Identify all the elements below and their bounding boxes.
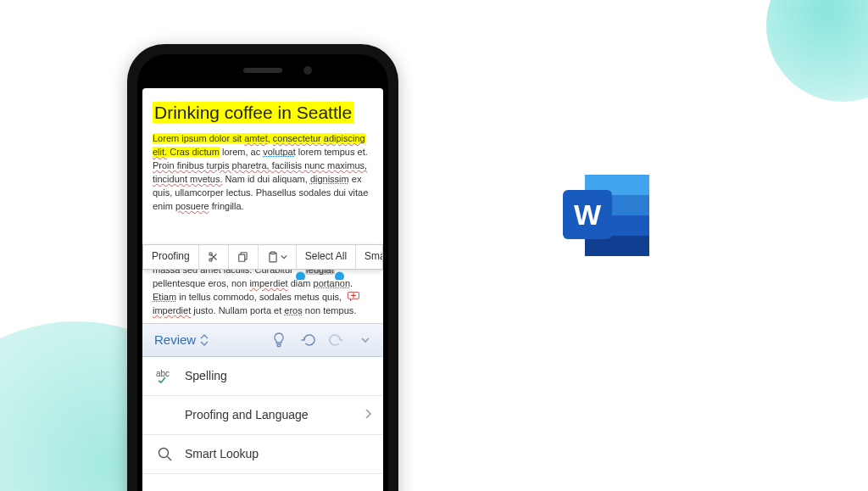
paragraph-1[interactable]: Lorem ipsum dolor sit amtet, consectetur… xyxy=(153,132,373,214)
undo-icon xyxy=(300,332,315,348)
clipboard-icon xyxy=(267,251,279,263)
cut-button[interactable] xyxy=(199,245,229,269)
new-comment-icon[interactable] xyxy=(348,292,359,301)
menu-spelling[interactable]: abc Spelling xyxy=(142,357,383,396)
phone-mockup: Drinking coffee in Seattle Lorem ipsum d… xyxy=(127,44,398,491)
ribbon-tab-bar: Review xyxy=(142,323,383,357)
redo-icon xyxy=(329,332,344,348)
spelling-icon: abc xyxy=(154,368,175,383)
search-icon xyxy=(154,446,175,461)
menu-label: Proofing and Language xyxy=(185,408,309,421)
copy-icon xyxy=(237,251,249,263)
word-app-logo: W xyxy=(559,170,653,263)
expand-collapse-icon xyxy=(199,333,209,347)
svg-rect-11 xyxy=(270,252,275,254)
smart-lookup-button-toolbar[interactable]: Smart Lookup xyxy=(356,245,383,269)
menu-smart-lookup[interactable]: Smart Lookup xyxy=(142,435,383,474)
svg-text:W: W xyxy=(574,198,602,231)
proofing-button[interactable]: Proofing xyxy=(143,245,199,269)
select-all-button[interactable]: Select All xyxy=(297,245,356,269)
document-title[interactable]: Drinking coffee in Seattle xyxy=(153,102,353,123)
document-canvas[interactable]: Drinking coffee in Seattle Lorem ipsum d… xyxy=(142,88,383,323)
paste-button[interactable] xyxy=(259,245,297,269)
phone-camera xyxy=(303,66,312,75)
review-menu: abc Spelling Proofing and Language Smart… xyxy=(142,357,383,474)
svg-rect-9 xyxy=(238,254,244,261)
chevron-down-icon xyxy=(360,335,370,345)
tab-label: Review xyxy=(154,332,196,347)
svg-point-14 xyxy=(159,449,169,458)
app-screen: Drinking coffee in Seattle Lorem ipsum d… xyxy=(142,88,383,491)
svg-text:abc: abc xyxy=(156,369,170,378)
chevron-down-icon xyxy=(281,254,287,260)
menu-label: Smart Lookup xyxy=(185,447,259,460)
context-toolbar: Proofing Select All Smart Lookup xyxy=(142,244,383,270)
undo-button[interactable] xyxy=(293,326,322,354)
collapse-ribbon-button[interactable] xyxy=(351,326,380,354)
menu-label: Spelling xyxy=(185,369,227,382)
tell-me-button[interactable] xyxy=(264,326,293,354)
lightbulb-icon xyxy=(272,332,286,348)
redo-button[interactable] xyxy=(322,326,351,354)
decorative-blob-top-right xyxy=(766,0,868,102)
selection-handle-end[interactable] xyxy=(335,267,344,279)
copy-button[interactable] xyxy=(229,245,259,269)
menu-proofing-language[interactable]: Proofing and Language xyxy=(142,396,383,435)
scissors-icon xyxy=(208,251,220,263)
selection-handle-start[interactable] xyxy=(296,267,305,279)
chevron-right-icon xyxy=(364,408,371,421)
phone-speaker xyxy=(243,68,282,73)
tab-review[interactable]: Review xyxy=(146,332,216,347)
